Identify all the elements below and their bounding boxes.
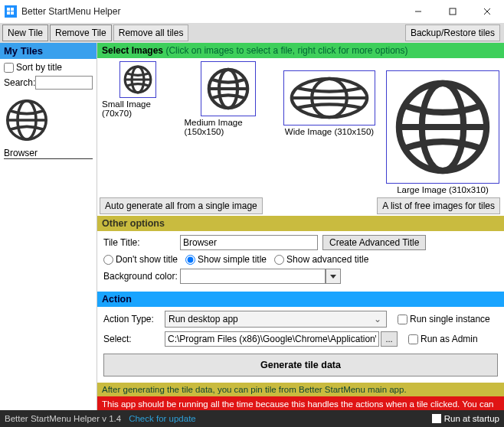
wide-image-slot[interactable]: [283, 70, 375, 125]
minimize-button[interactable]: [401, 0, 435, 23]
wide-image-caption: Wide Image (310x150): [285, 127, 374, 136]
svg-marker-23: [330, 275, 336, 279]
remove-all-tiles-button[interactable]: Remove all tiles: [113, 24, 189, 41]
app-icon: [5, 5, 17, 18]
toolbar: New Tile Remove Tile Remove all tiles Ba…: [0, 23, 504, 43]
images-area: Small Image (70x70) Medium Image (150x15…: [97, 58, 504, 196]
select-label: Select:: [103, 334, 165, 344]
right-panel: Select Images (Click on images to select…: [97, 43, 504, 410]
action-type-select[interactable]: Run desktop app ⌄: [165, 311, 387, 328]
generate-tile-data-button[interactable]: Generate tile data: [103, 354, 498, 376]
globe-icon: [287, 75, 371, 121]
large-image-caption: Large Image (310x310): [397, 185, 489, 194]
status-version: Better StartMenu Helper v 1.4: [5, 414, 121, 423]
medium-image-slot[interactable]: [201, 61, 256, 116]
other-options-area: Tile Title: Create Advanced Title Don't …: [97, 231, 504, 292]
create-advanced-title-button[interactable]: Create Advanced Title: [322, 235, 426, 250]
globe-icon: [4, 97, 50, 143]
my-tiles-panel: My Tiles Sort by title Search: Browser: [0, 43, 97, 410]
svg-rect-2: [7, 11, 10, 15]
maximize-button[interactable]: [435, 0, 470, 23]
tile-caption: Browser: [4, 148, 93, 159]
window-title: Better StartMenu Helper: [21, 6, 401, 17]
sort-by-title-checkbox[interactable]: Sort by title: [4, 62, 62, 73]
large-image-slot[interactable]: [386, 70, 499, 184]
run-at-startup-checkbox[interactable]: Run at startup: [432, 414, 499, 423]
title-bar: Better StartMenu Helper: [0, 0, 504, 23]
run-single-instance-checkbox[interactable]: Run single instance: [398, 314, 490, 324]
action-area: Action Type: Run desktop app ⌄ Run singl…: [97, 307, 504, 383]
svg-rect-5: [450, 8, 456, 15]
radio-dont-show-title[interactable]: Don't show title: [103, 254, 178, 265]
backup-restore-button[interactable]: Backup/Restore tiles: [405, 24, 500, 41]
globe-icon: [391, 75, 495, 179]
main-area: My Tiles Sort by title Search: Browser S…: [0, 43, 504, 410]
small-image-caption: Small Image (70x70): [102, 99, 174, 118]
my-tiles-header: My Tiles: [0, 43, 97, 59]
other-options-header: Other options: [97, 216, 504, 231]
check-for-update-link[interactable]: Check for update: [129, 414, 196, 423]
checkbox-icon: [432, 414, 441, 423]
background-color-label: Background color:: [103, 271, 180, 282]
new-tile-button[interactable]: New Tile: [2, 24, 48, 41]
chevron-down-icon: ⌄: [372, 314, 383, 324]
globe-icon: [205, 66, 251, 112]
free-images-button[interactable]: A list of free images for tiles: [377, 197, 500, 214]
svg-rect-1: [11, 8, 14, 11]
warning-message: This app should be running all the time …: [97, 396, 504, 410]
svg-rect-3: [11, 11, 14, 15]
search-label: Search:: [4, 77, 35, 88]
status-bar: Better StartMenu Helper v 1.4 Check for …: [0, 410, 504, 427]
radio-show-simple-title[interactable]: Show simple title: [185, 254, 267, 265]
tile-title-label: Tile Title:: [103, 237, 180, 248]
svg-rect-0: [7, 8, 10, 11]
info-message: After generating the tile data, you can …: [97, 383, 504, 396]
tile-title-input[interactable]: [180, 235, 318, 250]
background-color-dropdown[interactable]: [326, 269, 341, 284]
close-button[interactable]: [470, 0, 504, 23]
run-as-admin-checkbox[interactable]: Run as Admin: [408, 334, 478, 344]
action-type-label: Action Type:: [103, 314, 165, 324]
medium-image-caption: Medium Image (150x150): [185, 118, 273, 136]
select-images-header: Select Images (Click on images to select…: [97, 43, 504, 58]
small-image-slot[interactable]: [119, 61, 156, 98]
tile-list-item[interactable]: Browser: [4, 97, 93, 159]
search-input[interactable]: [35, 76, 93, 90]
radio-show-advanced-title[interactable]: Show advanced title: [274, 254, 368, 265]
remove-tile-button[interactable]: Remove Tile: [50, 24, 112, 41]
action-header: Action: [97, 292, 504, 307]
globe-icon: [123, 64, 153, 95]
auto-generate-button[interactable]: Auto generate all from a single image: [100, 197, 263, 214]
background-color-display: [180, 269, 326, 284]
browse-button[interactable]: ...: [381, 331, 398, 347]
select-path-input[interactable]: [165, 331, 379, 347]
